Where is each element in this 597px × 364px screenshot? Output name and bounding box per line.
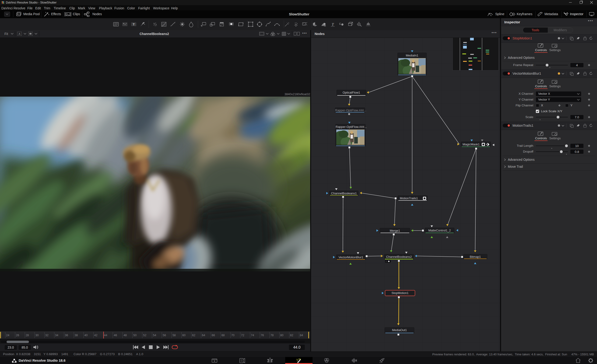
svg-text:T: T [133,23,135,26]
svg-text:T: T [332,22,334,26]
